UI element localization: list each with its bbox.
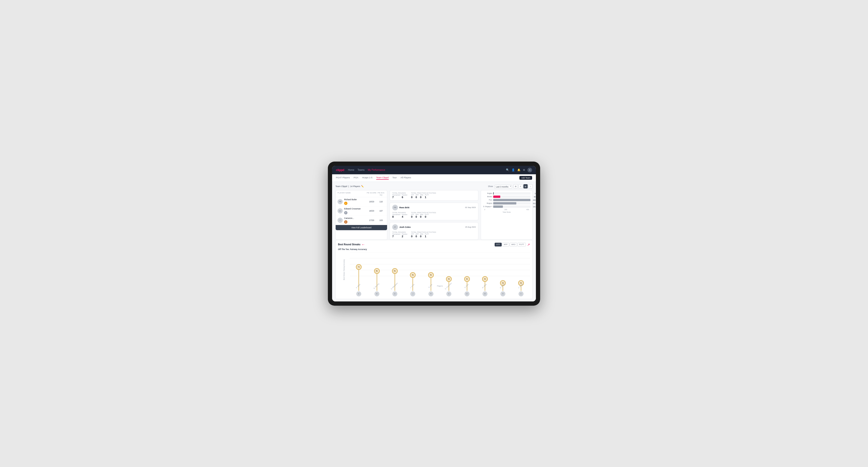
arrow-right-icon: ↗ [527,243,530,247]
bar-label: Eagles [483,192,492,194]
streak-player-col: 5x J. Coles J [404,252,422,297]
nav-my-performance[interactable]: My Performance [368,168,385,171]
streak-player-col: 6x D. Billingham D [386,252,404,297]
practice-activities-label: Total Practice Activities [411,192,436,194]
subnav-hcaps[interactable]: Hcaps 1-5 [362,176,372,180]
lb-score: 17/20 [366,219,377,221]
tablet-frame: clippd Home Teams My Performance 🔍 👤 🔔 ⊕… [328,161,540,306]
y-axis-label: Best Streak, Fairway Accuracy [343,259,345,280]
tablet-screen: clippd Home Teams My Performance 🔍 👤 🔔 ⊕… [332,166,536,302]
bar-fill [493,202,516,205]
main-content: Team Clippd | 14 Players ✏️ Show Last 3 … [332,182,536,302]
app-stat: APP 0 [415,233,418,238]
team-header: Team Clippd | 14 Players ✏️ Show Last 3 … [335,184,533,189]
streaks-section: Best Round Streaks ← OTT APP ARG PUTT ↗ … [335,240,533,299]
bar-value: 131 [533,206,536,207]
three-col-layout: PLAYER NAME PB SCORE PB AVG SQ RB Richar… [335,190,533,240]
activities-row: OTT 0 APP 0 ARG [411,214,436,218]
ott-tab[interactable]: OTT [495,243,502,247]
player-name-label: J. Coles [410,283,415,288]
ott-stat: OTT 0 [411,194,414,198]
avatar: C [338,218,343,223]
rounds-row: Tournament 8 Practice 4 [392,214,407,218]
practice-activities-group: Total Practice Activities OTT 0 APP [411,192,436,198]
nav-right: 🔍 👤 🔔 ⊕ A [506,168,532,173]
player-name-label: E. Crossman [445,282,452,290]
rank-badge: 1 [344,201,347,205]
player-name: Cameron... [344,217,366,219]
player-name: Josh Coles [399,226,411,228]
player-name: Rees Britt [399,206,409,209]
card-view-button[interactable]: ▤ [523,184,528,188]
bar-container: 311 [493,202,530,205]
player-name-label: R. Britt [428,284,433,288]
player-info: Cameron... 3 [344,217,366,224]
player-name: Richard Butler [344,198,366,201]
view-leaderboard-button[interactable]: View Full Leaderboard [336,225,387,230]
arg-stat: ARG 0 [420,194,423,198]
show-control: Show Last 3 months Last 6 months Last ye… [488,184,533,189]
streak-player-col: 4x D. Ford D [458,252,476,297]
bar-row: Eagles 3 [483,192,530,195]
target-icon[interactable]: ⊕ [523,168,525,172]
streak-bubble: 4x [446,276,452,282]
nav-links: Home Teams My Performance [348,168,385,171]
streak-bubble: 4x [464,276,470,282]
bar-fill [493,192,494,195]
top-stats: Total Rounds Tournament 7 Practice [392,192,476,198]
table-row[interactable]: C Cameron... 3 17/20 103 [336,216,387,225]
edit-icon[interactable]: ✏️ [361,185,364,187]
card-stats: Total Rounds Tournament 8 Practice [392,212,476,218]
show-label: Show [488,185,493,187]
y-axis-wrapper: Best Streak, Fairway Accuracy [338,252,350,287]
streak-bubble: 4x [482,276,488,282]
grid-view-button[interactable]: ⊞ [514,184,518,188]
lb-score: 19/20 [366,200,377,203]
app-tab[interactable]: APP [502,243,509,247]
search-icon[interactable]: 🔍 [506,168,509,172]
nav-teams[interactable]: Teams [358,168,365,171]
streak-player-col: 7x E. Ebert E [350,252,368,297]
bar-fill [493,195,500,198]
table-row[interactable]: EC Edward Crossman 2 18/20 107 [336,206,387,216]
subnav-pga[interactable]: PGA [353,176,358,180]
streak-player-col: 5x R. Britt R [422,252,440,297]
list-view-button[interactable]: ≡ [519,184,523,188]
streak-bubble: 6x [392,268,398,274]
total-rounds-group: Total Rounds Tournament 8 Practice [392,212,407,218]
player-name-label: M. Miller [482,283,487,288]
period-select-wrapper: Last 3 months Last 6 months Last year [494,184,512,189]
chart-view-button[interactable]: ↕ [528,184,533,188]
bell-icon[interactable]: 🔔 [517,168,521,172]
lb-col-score-header: PB SCORE [366,192,377,196]
period-select[interactable]: Last 3 months Last 6 months Last year [494,185,512,189]
sub-nav: PGAT Players PGA Hcaps 1-5 Team Clippd T… [332,174,536,182]
nav-home[interactable]: Home [348,168,354,171]
rounds-row: Tournament 7 Practice 2 [392,233,407,238]
bar-chart: Eagles 3 Birdies 96 Pars 499 Bogeys 311 … [483,192,530,208]
x-label-200: 200 [504,209,507,210]
player-avatar: J [410,291,415,297]
streaks-players: 7x E. Ebert E 6x B. McHerg B 6x D. Billi… [350,252,530,297]
arg-stat: ARG 0 [420,214,423,218]
streaks-tabs: OTT APP ARG PUTT ↗ [495,243,530,247]
streak-line [395,272,395,291]
subnav-tour[interactable]: Tour [393,176,397,180]
subnav-team-clippd[interactable]: Team Clippd [376,176,389,180]
avatar[interactable]: A [527,168,532,173]
player-avatar: C [519,291,524,297]
bar-container: 499 [493,199,530,201]
top-nav: clippd Home Teams My Performance 🔍 👤 🔔 ⊕… [332,166,536,174]
subnav-pgat[interactable]: PGAT Players [336,176,350,180]
player-avatar: B [374,291,379,297]
person-icon[interactable]: 👤 [512,168,515,172]
player-avatar: M [483,291,488,297]
subnav-all-players[interactable]: All Players [401,176,411,180]
table-row[interactable]: RB Richard Butler 1 19/20 110 [336,197,387,207]
bar-label: Pars [483,199,492,201]
add-team-button[interactable]: Add Team [519,176,532,180]
putt-tab[interactable]: PUTT [518,243,526,247]
bar-label: Bogeys [483,203,492,204]
bar-container: 131 [493,206,530,208]
arg-tab[interactable]: ARG [510,243,517,247]
